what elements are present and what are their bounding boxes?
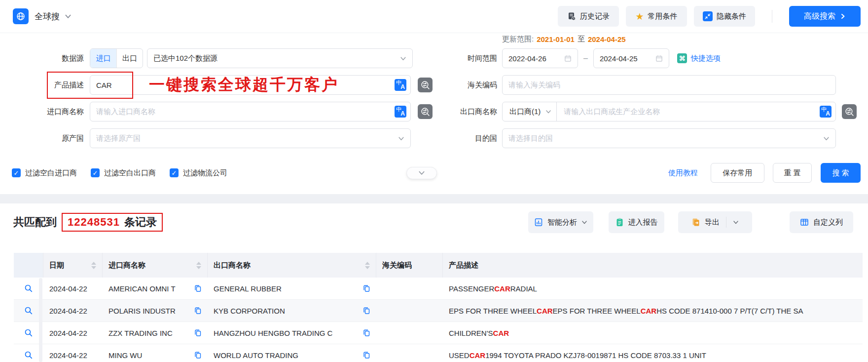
- product-description-input[interactable]: CAR 中 A: [90, 75, 411, 95]
- sort-carets-icon[interactable]: [87, 262, 96, 269]
- table-row[interactable]: 2024-04-22AMERICAN OMNI TGENERAL RUBBERP…: [14, 278, 863, 300]
- customize-columns-button[interactable]: 自定义列: [790, 211, 853, 233]
- importer-row: 进口商名称 请输入进口商名称 中 A: [12, 102, 433, 121]
- collapse-panel-button[interactable]: [406, 167, 437, 179]
- cell-date: 2024-04-22: [43, 300, 103, 322]
- search-button[interactable]: 搜 索: [821, 163, 861, 183]
- sort-carets-icon[interactable]: [361, 262, 370, 269]
- tab-import[interactable]: 进口: [90, 49, 116, 68]
- cell-hs-code: [376, 278, 443, 299]
- copy-icon[interactable]: [190, 329, 202, 337]
- update-range-start: 2021-01-01: [537, 35, 575, 43]
- cell-hs-code: [376, 322, 443, 344]
- update-range-to: 至: [578, 35, 585, 44]
- exporter-name[interactable]: WORLD AUTO TRADING: [214, 351, 298, 360]
- save-conditions-button[interactable]: 保存常用: [711, 163, 764, 183]
- datasource-select[interactable]: 已选中102个数据源: [147, 48, 413, 68]
- importer-name[interactable]: MING WU: [108, 351, 142, 360]
- advanced-search-button[interactable]: 高级搜索: [789, 6, 861, 27]
- cell-product-description: PASSENGER CAR RADIAL: [443, 278, 863, 299]
- reset-button[interactable]: 重 置: [773, 163, 812, 183]
- checkbox-checked-icon: ✓: [170, 168, 179, 177]
- frozen-column-scrollbar[interactable]: [39, 278, 42, 362]
- copy-icon[interactable]: [359, 307, 370, 315]
- cell-hs-code: [376, 344, 443, 362]
- copy-icon[interactable]: [359, 351, 370, 359]
- history-button[interactable]: 历史记录: [558, 6, 619, 27]
- exporter-input[interactable]: 出口商(1) 请输入出口商或生产企业名称 中 A: [502, 102, 836, 121]
- datasource-row: 数据源 进口 出口 已选中102个数据源: [12, 48, 413, 68]
- cell-importer: MING WU: [103, 344, 208, 362]
- column-header-label: 海关编码: [382, 261, 412, 270]
- exporter-name[interactable]: KYB CORPORATION: [214, 307, 285, 315]
- exporter-type-value: 出口商(1): [509, 107, 541, 117]
- export-button[interactable]: 导出: [678, 211, 752, 233]
- origin-country-placeholder: 请选择原产国: [96, 134, 141, 143]
- tutorial-link[interactable]: 使用教程: [668, 168, 698, 178]
- columns-icon: [800, 218, 809, 227]
- checkbox-checked-icon: ✓: [91, 168, 100, 177]
- sort-carets-icon[interactable]: [192, 262, 201, 269]
- results-table: 日期进口商名称出口商名称海关编码产品描述 2024-04-22AMERICAN …: [14, 253, 863, 362]
- end-date-value: 2024-04-25: [600, 54, 638, 63]
- exporter-name[interactable]: GENERAL RUBBER: [214, 284, 282, 293]
- table-row[interactable]: 2024-04-22ZZX TRADING INCHANGZHOU HENGBO…: [14, 322, 863, 344]
- datasource-segmented: 进口 出口: [90, 48, 143, 68]
- checkbox-filter-logistics[interactable]: ✓ 过滤物流公司: [170, 168, 227, 178]
- match-prefix: 共匹配到: [13, 215, 57, 230]
- enter-report-button[interactable]: 进入报告: [609, 211, 664, 233]
- copy-icon[interactable]: [359, 329, 370, 337]
- tab-export[interactable]: 出口: [116, 49, 143, 68]
- copy-icon[interactable]: [190, 284, 202, 292]
- hs-code-placeholder: 请输入海关编码: [508, 80, 560, 90]
- exporter-placeholder: 请输入出口商或生产企业名称: [557, 107, 660, 117]
- exporter-name[interactable]: HANGZHOU HENGBO TRADING C: [214, 329, 332, 337]
- copy-icon[interactable]: [190, 307, 202, 315]
- synonym-search-icon[interactable]: [418, 104, 433, 119]
- destination-country-row: 目的国 请选择目的国: [434, 128, 836, 148]
- top-bar: 全球搜 历史记录 ★ 常用条件 隐藏条件 高级搜索: [0, 0, 868, 33]
- importer-name[interactable]: ZZX TRADING INC: [108, 329, 173, 337]
- origin-country-select[interactable]: 请选择原产国: [90, 128, 411, 148]
- translate-icon[interactable]: 中 A: [820, 106, 832, 118]
- end-date-input[interactable]: 2024-04-25: [593, 48, 669, 68]
- hide-conditions-button[interactable]: 隐藏条件: [694, 6, 755, 27]
- table-row[interactable]: 2024-04-22POLARIS INDUSTRKYB CORPORATION…: [14, 300, 863, 322]
- product-description-label: 产品描述: [12, 80, 84, 90]
- cell-product-description: CHILDREN'S CAR: [443, 322, 863, 344]
- product-description-value: CAR: [96, 81, 112, 89]
- date-range-dash: –: [583, 54, 588, 63]
- destination-country-select[interactable]: 请选择目的国: [502, 128, 836, 148]
- column-header-3[interactable]: 出口商名称: [208, 253, 376, 278]
- cell-exporter: HANGZHOU HENGBO TRADING C: [208, 322, 376, 344]
- importer-name[interactable]: AMERICAN OMNI T: [108, 284, 176, 293]
- checkbox-filter-blank-importer[interactable]: ✓ 过滤空白进口商: [12, 168, 77, 178]
- translate-icon[interactable]: 中 A: [395, 79, 406, 91]
- checkbox-filter-blank-exporter[interactable]: ✓ 过滤空白出口商: [91, 168, 156, 178]
- app-title: 全球搜: [35, 11, 60, 22]
- quick-options-button[interactable]: ⌘ 快捷选项: [677, 53, 721, 63]
- hs-code-input[interactable]: 请输入海关编码: [502, 75, 836, 95]
- synonym-search-icon[interactable]: [842, 104, 857, 119]
- column-header-1[interactable]: 日期: [43, 253, 103, 278]
- synonym-search-icon[interactable]: [418, 78, 433, 92]
- importer-placeholder: 请输入进口商名称: [96, 107, 155, 117]
- table-row[interactable]: 2024-04-22MING WUWORLD AUTO TRADINGUSED …: [14, 344, 863, 362]
- copy-icon[interactable]: [190, 351, 202, 359]
- importer-name[interactable]: POLARIS INDUSTR: [108, 307, 176, 315]
- start-date-input[interactable]: 2022-04-26: [502, 48, 578, 68]
- column-header-label: 出口商名称: [214, 261, 251, 270]
- app-logo: [13, 8, 29, 24]
- favorites-button[interactable]: ★ 常用条件: [626, 6, 687, 27]
- importer-label: 进口商名称: [12, 107, 84, 117]
- importer-input[interactable]: 请输入进口商名称 中 A: [90, 102, 411, 121]
- chevron-down-icon[interactable]: [733, 219, 739, 225]
- copy-icon[interactable]: [359, 284, 370, 292]
- column-header-2[interactable]: 进口商名称: [103, 253, 208, 278]
- translate-icon[interactable]: 中 A: [395, 106, 406, 118]
- keyword-highlight: CAR: [641, 307, 657, 315]
- exporter-type-select[interactable]: 出口商(1): [508, 102, 557, 121]
- cell-date: 2024-04-22: [43, 344, 103, 362]
- chevron-down-icon[interactable]: [65, 13, 72, 20]
- smart-analysis-button[interactable]: 智能分析: [528, 211, 593, 233]
